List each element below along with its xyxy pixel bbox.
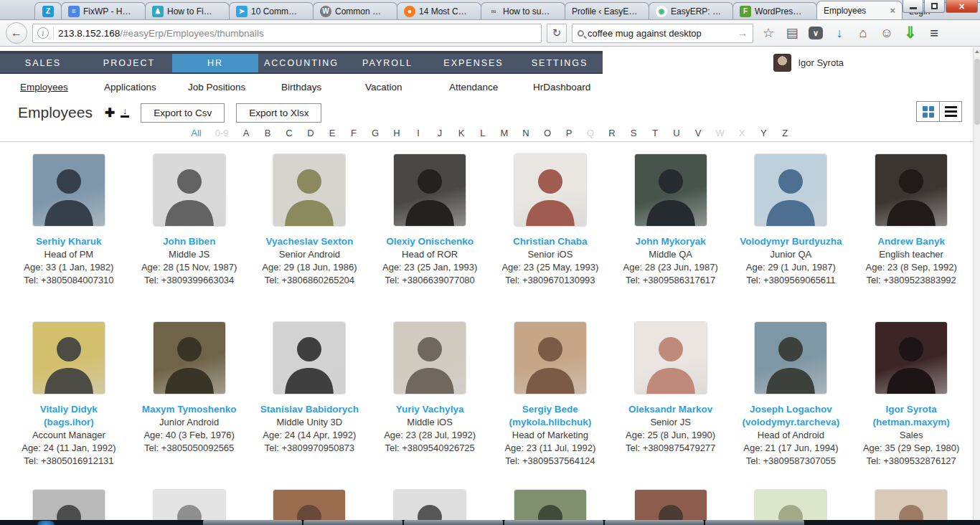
alphabet-filter-p[interactable]: P (565, 128, 573, 138)
alphabet-filter-all[interactable]: All (191, 128, 201, 138)
browser-tab[interactable]: ♟How to Fi… (145, 2, 230, 19)
page-scrollbar[interactable] (973, 47, 980, 525)
erp-nav-item-settings[interactable]: SETTINGS (517, 54, 603, 72)
scrollbar-up-icon[interactable] (975, 50, 979, 53)
alphabet-filter-n[interactable]: N (522, 128, 529, 138)
alphabet-filter-m[interactable]: M (500, 128, 508, 138)
browser-tab[interactable]: WCommon … (313, 2, 397, 19)
alphabet-filter-z[interactable]: Z (781, 128, 789, 138)
employee-photo[interactable] (875, 322, 947, 394)
alphabet-filter-b[interactable]: B (263, 128, 271, 138)
back-button[interactable]: ← (6, 22, 27, 44)
browser-tab[interactable]: ●14 Most C… (397, 2, 481, 19)
url-bar[interactable]: i 213.8.152.168/#easyErp/Employees/thumb… (32, 24, 542, 43)
employee-photo[interactable] (514, 322, 586, 394)
restore-button[interactable] (924, 0, 945, 13)
subnav-item-attendance[interactable]: Attendance (449, 82, 533, 93)
taskbar-button[interactable] (303, 520, 402, 525)
subnav-item-vacation[interactable]: Vacation (365, 82, 449, 93)
taskbar-button[interactable] (605, 520, 704, 525)
import-icon[interactable]: ↓ (121, 108, 129, 118)
taskbar-button[interactable] (203, 520, 302, 525)
employee-name-link[interactable]: Andrew Banyk (877, 235, 945, 248)
tab-close-icon[interactable]: × (890, 5, 895, 16)
alphabet-filter-u[interactable]: U (672, 128, 680, 138)
employee-name-link[interactable]: Volodymyr Burdyuzha (740, 235, 842, 248)
browser-tab[interactable]: ≡FixWP - H… (61, 2, 146, 19)
alphabet-filter-j[interactable]: J (435, 128, 443, 138)
employee-photo[interactable] (635, 322, 707, 394)
list-view-button[interactable] (939, 102, 961, 121)
browser-tab[interactable]: Employees× (816, 1, 903, 19)
site-info-icon[interactable]: i (37, 27, 49, 39)
alphabet-filter-k[interactable]: K (457, 128, 465, 138)
employee-photo[interactable] (273, 154, 345, 226)
windows-taskbar[interactable] (0, 520, 980, 525)
employee-name-link[interactable]: Christian Chaba (513, 235, 588, 248)
alphabet-filter-g[interactable]: G (371, 128, 379, 138)
taskbar-button[interactable] (705, 520, 804, 525)
employee-name-link[interactable]: Stanislav Babidorych (260, 403, 359, 416)
employee-photo[interactable] (755, 154, 826, 226)
menu-icon[interactable]: ≡ (927, 25, 941, 42)
browser-tab[interactable]: Profile ‹ EasyE… (565, 2, 649, 19)
browser-tab[interactable]: ➤10 Comm… (229, 2, 314, 19)
browser-tab[interactable]: ∞How to su… (481, 2, 565, 19)
employee-photo[interactable] (154, 322, 225, 394)
employee-photo[interactable] (273, 322, 345, 394)
user-avatar[interactable] (773, 54, 791, 72)
alphabet-filter-t[interactable]: T (651, 128, 659, 138)
close-window-button[interactable]: × (946, 0, 978, 13)
employee-name-link[interactable]: John Biben (163, 235, 216, 248)
employee-photo[interactable] (514, 154, 586, 226)
employee-photo[interactable] (635, 154, 707, 226)
downloads-icon[interactable]: ↓ (832, 26, 847, 41)
employee-name-link[interactable]: Maxym Tymoshenko (142, 403, 237, 416)
employee-name-link[interactable]: Serhiy Kharuk (36, 235, 102, 248)
browser-tab[interactable]: Z (34, 2, 62, 19)
reading-list-icon[interactable]: ▤ (785, 25, 799, 41)
url-text[interactable]: 213.8.152.168/#easyErp/Employees/thumbna… (58, 28, 537, 39)
reload-button[interactable]: ↻ (547, 24, 567, 43)
export-xlsx-button[interactable]: Export to Xlsx (236, 103, 321, 123)
employee-name-link[interactable]: Oleksandr Markov (628, 403, 712, 416)
alphabet-filter-e[interactable]: E (328, 128, 336, 138)
bookmark-star-icon[interactable]: ☆ (761, 25, 776, 41)
employee-photo[interactable] (875, 154, 947, 226)
search-bar[interactable]: → (572, 24, 753, 43)
alphabet-filter-y[interactable]: Y (760, 128, 768, 138)
erp-nav-item-sales[interactable]: SALES (0, 54, 86, 72)
alphabet-filter-s[interactable]: S (629, 128, 637, 138)
scrollbar-thumb[interactable] (974, 59, 980, 125)
employee-photo[interactable] (394, 154, 466, 226)
search-input[interactable] (588, 28, 734, 39)
employee-photo[interactable] (154, 154, 225, 226)
subnav-item-hrdashboard[interactable]: HrDashboard (533, 82, 617, 93)
employee-photo[interactable] (33, 154, 105, 226)
erp-nav-item-hr[interactable]: HR (172, 54, 258, 72)
alphabet-filter-r[interactable]: R (608, 128, 616, 138)
employee-name-link[interactable]: Olexiy Onischenko (386, 235, 473, 248)
subnav-item-applications[interactable]: Applications (104, 82, 188, 93)
pocket-icon[interactable]: ∨ (809, 27, 823, 39)
export-csv-button[interactable]: Export to Csv (141, 103, 225, 123)
alphabet-filter-c[interactable]: C (285, 128, 293, 138)
alphabet-filter-i[interactable]: I (414, 128, 422, 138)
employee-name-link[interactable]: Joseph Logachov (volodymyr.tarcheva) (737, 403, 844, 429)
subnav-item-employees[interactable]: Employees (20, 82, 104, 93)
hello-icon[interactable]: ☺ (880, 26, 894, 41)
browser-tab[interactable]: FWordPres… (732, 2, 817, 19)
employee-name-link[interactable]: Sergiy Bede (mykola.hlibchuk) (496, 403, 604, 429)
add-employee-icon[interactable]: ✚ (105, 105, 115, 120)
alphabet-filter-d[interactable]: D (306, 128, 314, 138)
erp-nav-item-project[interactable]: PROJECT (86, 54, 172, 72)
alphabet-filter-a[interactable]: A (242, 128, 250, 138)
alphabet-filter-v[interactable]: V (694, 128, 702, 138)
erp-nav-item-expenses[interactable]: EXPENSES (430, 54, 517, 72)
erp-nav-item-payroll[interactable]: PAYROLL (344, 54, 430, 72)
erp-nav-item-accounting[interactable]: ACCOUNTING (258, 54, 344, 72)
employee-name-link[interactable]: Vyacheslav Sexton (265, 235, 353, 248)
alphabet-filter-o[interactable]: O (543, 128, 551, 138)
minimize-button[interactable] (903, 0, 923, 13)
search-go-icon[interactable]: → (738, 27, 748, 39)
